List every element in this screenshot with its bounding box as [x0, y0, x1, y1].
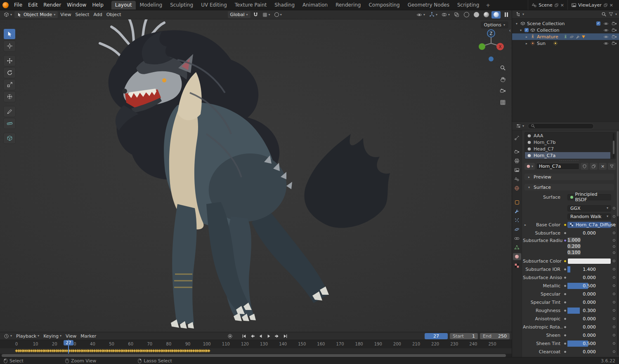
tab-object[interactable]	[513, 199, 521, 206]
shading-rendered-button[interactable]	[491, 11, 501, 19]
material-slot[interactable]: Head_C7	[525, 146, 610, 152]
hide-eye-icon[interactable]	[603, 34, 609, 40]
transform-orientation-dropdown[interactable]: Global ▾	[228, 11, 250, 18]
animate-decorator-icon[interactable]	[613, 350, 615, 353]
tool-rotate[interactable]	[3, 67, 16, 78]
navigation-gizmo[interactable]: Z X	[476, 26, 506, 66]
view-menu[interactable]: View	[64, 333, 78, 340]
playhead[interactable]: 27	[68, 340, 69, 354]
menu-help[interactable]: Help	[89, 1, 106, 9]
animate-decorator-icon[interactable]	[613, 239, 615, 242]
radius-y-field[interactable]: 0.200	[567, 244, 581, 249]
search-icon[interactable]	[601, 12, 607, 17]
tool-select-box[interactable]	[3, 28, 16, 40]
timeline-keyframe-track[interactable]	[0, 348, 512, 354]
animate-decorator-icon[interactable]	[613, 245, 615, 248]
menu-select[interactable]: Select	[73, 11, 91, 18]
new-material-button[interactable]	[590, 163, 598, 170]
hide-eye-icon[interactable]	[603, 28, 609, 33]
playback-menu[interactable]: Playback▾	[14, 333, 41, 340]
tool-scale[interactable]	[3, 79, 16, 90]
shading-wireframe-button[interactable]	[462, 11, 471, 19]
pan-hand-icon[interactable]	[500, 76, 506, 82]
disclosure-icon[interactable]: ▾	[515, 22, 519, 26]
gizmos-dropdown[interactable]: ▾	[428, 11, 439, 18]
property-slider[interactable]: 0.500	[567, 283, 611, 289]
tool-move[interactable]	[3, 55, 16, 66]
animate-decorator-icon[interactable]	[613, 268, 615, 270]
browse-material-dropdown[interactable]: ▾	[524, 163, 535, 170]
fake-user-shield-button[interactable]	[581, 163, 588, 170]
tab-render[interactable]	[513, 148, 521, 155]
tab-physics[interactable]	[513, 226, 521, 233]
outliner-row-collection[interactable]: ▾ ✓ Collection	[512, 27, 619, 33]
radius-x-field[interactable]: 1.000	[567, 237, 581, 243]
unlink-material-button[interactable]: ×	[599, 163, 607, 170]
filter-dropdown-button[interactable]	[608, 163, 616, 170]
play-button[interactable]	[265, 333, 273, 339]
animate-decorator-icon[interactable]	[613, 309, 615, 312]
menu-object[interactable]: Object	[105, 11, 123, 18]
render-camera-icon[interactable]	[612, 28, 617, 33]
auto-keyframe-button[interactable]	[226, 333, 234, 339]
subsurface-slider[interactable]: 0.000	[567, 230, 611, 236]
grid-ortho-icon[interactable]	[500, 99, 506, 106]
tab-scripting[interactable]: Scripting	[454, 1, 483, 9]
property-slider[interactable]: 0.000	[567, 324, 611, 330]
animate-decorator-icon[interactable]	[613, 223, 615, 226]
end-frame-field[interactable]: End250	[480, 333, 510, 339]
distribution-dropdown[interactable]: GGX▾	[567, 205, 611, 211]
new-scene-icon[interactable]	[554, 3, 559, 7]
animate-decorator-icon[interactable]	[613, 342, 615, 345]
shading-solid-button[interactable]	[472, 11, 481, 19]
radius-z-field[interactable]: 0.100	[567, 250, 581, 255]
tab-modifiers[interactable]	[513, 208, 521, 215]
surface-panel-header[interactable]: ▾ Surface	[524, 184, 614, 190]
tool-measure[interactable]	[3, 118, 16, 129]
shader-select-button[interactable]: Principled BSDF	[567, 194, 611, 200]
property-slider[interactable]: 0.300	[567, 308, 611, 314]
zoom-icon[interactable]	[500, 65, 506, 71]
material-slot-active[interactable]: Horn_C7a	[525, 152, 610, 159]
properties-search-input[interactable]	[537, 123, 591, 129]
new-viewlayer-icon[interactable]	[603, 3, 608, 7]
animate-decorator-icon[interactable]	[613, 215, 615, 218]
tab-texture-paint[interactable]: Texture Paint	[231, 1, 270, 9]
object-visibility-dropdown[interactable]: ▾	[415, 11, 427, 19]
property-slider[interactable]: 0.500	[567, 341, 611, 347]
tab-uv-editing[interactable]: UV Editing	[197, 1, 231, 9]
base-color-texture-field[interactable]: Horn_C7a_Diffuse	[567, 222, 611, 228]
snap-toggle[interactable]	[251, 11, 260, 18]
keying-menu[interactable]: Keying▾	[42, 333, 63, 340]
overlays-dropdown[interactable]: ▾	[440, 11, 451, 18]
animate-decorator-icon[interactable]	[613, 301, 615, 303]
animate-decorator-icon[interactable]	[613, 251, 615, 254]
render-camera-icon[interactable]	[612, 41, 617, 46]
filter-icon[interactable]	[608, 12, 614, 17]
menu-file[interactable]: File	[11, 1, 25, 9]
properties-scrollbar[interactable]	[617, 131, 619, 355]
collection-checkbox[interactable]: ✓	[596, 21, 600, 26]
subsurface-color-swatch[interactable]	[567, 258, 611, 264]
animate-decorator-icon[interactable]	[613, 334, 615, 336]
jump-to-start-button[interactable]	[240, 333, 248, 339]
timeline-ruler[interactable]: 0102030405060708090100110120130140150160…	[0, 340, 512, 348]
menu-render[interactable]: Render	[40, 1, 64, 9]
render-camera-icon[interactable]	[612, 21, 617, 26]
property-slider[interactable]: 0.000	[567, 332, 611, 338]
outliner-editor-type-button[interactable]: ▾	[514, 11, 526, 18]
property-slider[interactable]: 0.000	[567, 349, 611, 355]
sidebar-collapse-arrow[interactable]: ‹	[509, 28, 511, 33]
tab-world[interactable]	[513, 185, 521, 192]
animate-decorator-icon[interactable]	[613, 232, 615, 234]
properties-editor-type-button[interactable]: ▾	[514, 122, 526, 129]
proportional-edit-toggle[interactable]: ▾	[273, 12, 284, 18]
viewport-3d[interactable]: ▾ Object Mode ▾ View Select Add Object G…	[0, 10, 512, 332]
menu-edit[interactable]: Edit	[25, 1, 40, 9]
material-name-field[interactable]: Horn_C7a	[536, 163, 579, 170]
property-slider[interactable]: 0.000	[567, 316, 611, 322]
tab-view-layer[interactable]	[513, 167, 521, 174]
animate-decorator-icon[interactable]	[613, 284, 615, 287]
tool-add-cube[interactable]	[3, 133, 16, 144]
property-slider[interactable]: 0.000	[567, 275, 611, 281]
